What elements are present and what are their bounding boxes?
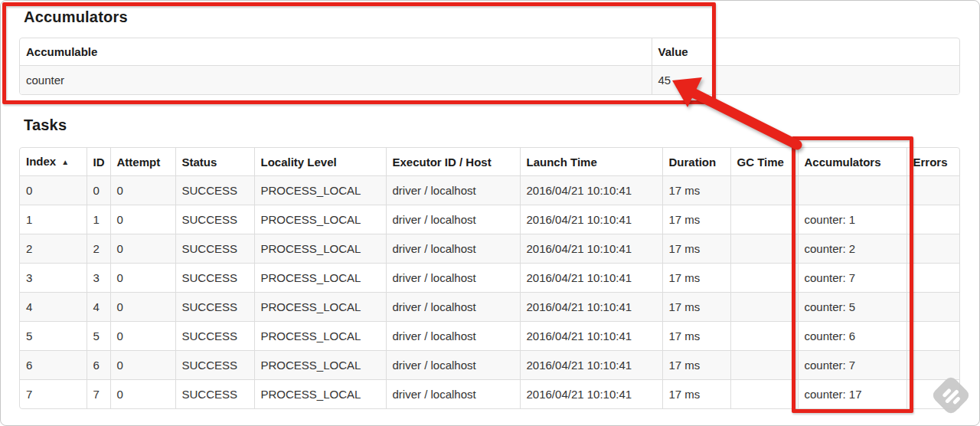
cell-accumulators: counter: 1 xyxy=(798,205,906,234)
cell-attempt: 0 xyxy=(110,234,175,264)
cell-launch-time: 2016/04/21 10:10:41 xyxy=(520,351,662,380)
cell-launch-time: 2016/04/21 10:10:41 xyxy=(520,205,662,234)
tasks-column-header-executor-id-host[interactable]: Executor ID / Host xyxy=(386,148,520,176)
tasks-table: Index▲IDAttemptStatusLocality LevelExecu… xyxy=(19,147,960,409)
cell-attempt: 0 xyxy=(110,293,175,322)
cell-launch-time: 2016/04/21 10:10:41 xyxy=(520,264,662,293)
cell-accumulators: counter: 7 xyxy=(798,351,906,380)
cell-gc-time xyxy=(730,351,798,380)
cell-executor-id-host: driver / localhost xyxy=(386,380,520,409)
cell-id: 4 xyxy=(87,293,110,322)
cell-duration: 17 ms xyxy=(662,322,730,351)
cell-id: 3 xyxy=(87,264,110,293)
column-header-label: Accumulators xyxy=(805,156,881,169)
cell-executor-id-host: driver / localhost xyxy=(386,234,520,264)
column-header-label: Errors xyxy=(913,156,948,169)
cell-id: 2 xyxy=(87,234,110,264)
cell-errors xyxy=(906,351,960,380)
cell-duration: 17 ms xyxy=(662,351,730,380)
cell-gc-time xyxy=(730,264,798,293)
tasks-header-row: Index▲IDAttemptStatusLocality LevelExecu… xyxy=(20,148,960,176)
tasks-column-header-attempt[interactable]: Attempt xyxy=(110,148,175,176)
cell-locality-level: PROCESS_LOCAL xyxy=(254,234,386,264)
cell-id: 7 xyxy=(87,380,110,409)
column-header-label: Status xyxy=(182,156,217,169)
cell-id: 0 xyxy=(87,176,110,205)
cell-accumulators: counter: 6 xyxy=(798,322,906,351)
accumulators-header-row: Accumulable Value xyxy=(20,38,960,66)
cell-index: 5 xyxy=(20,322,87,351)
cell-attempt: 0 xyxy=(110,205,175,234)
column-header-label: Index xyxy=(26,155,56,168)
cell-attempt: 0 xyxy=(110,380,175,409)
cell-gc-time xyxy=(730,322,798,351)
accumulable-name-cell: counter xyxy=(20,66,652,95)
value-column-header[interactable]: Value xyxy=(652,38,960,66)
cell-id: 5 xyxy=(87,322,110,351)
cell-status: SUCCESS xyxy=(175,293,254,322)
tasks-column-header-duration[interactable]: Duration xyxy=(662,148,730,176)
table-row: 770SUCCESSPROCESS_LOCALdriver / localhos… xyxy=(20,380,960,409)
cell-launch-time: 2016/04/21 10:10:41 xyxy=(520,293,662,322)
cell-accumulators: counter: 17 xyxy=(798,380,906,409)
spark-ui-stage-page: Accumulators Accumulable Value counter 4… xyxy=(0,0,980,426)
cell-status: SUCCESS xyxy=(175,176,254,205)
cell-gc-time xyxy=(730,205,798,234)
tasks-column-header-launch-time[interactable]: Launch Time xyxy=(520,148,662,176)
cell-duration: 17 ms xyxy=(662,293,730,322)
tasks-column-header-gc-time[interactable]: GC Time xyxy=(730,148,798,176)
tasks-column-header-errors[interactable]: Errors xyxy=(906,148,960,176)
cell-gc-time xyxy=(730,293,798,322)
cell-executor-id-host: driver / localhost xyxy=(386,293,520,322)
tasks-column-header-accumulators[interactable]: Accumulators xyxy=(798,148,906,176)
table-row: 000SUCCESSPROCESS_LOCALdriver / localhos… xyxy=(20,176,960,205)
cell-locality-level: PROCESS_LOCAL xyxy=(254,176,386,205)
table-row: counter 45 xyxy=(20,66,960,95)
tasks-section-heading: Tasks xyxy=(24,115,67,135)
tasks-column-header-status[interactable]: Status xyxy=(175,148,254,176)
cell-gc-time xyxy=(730,176,798,205)
column-header-label: Launch Time xyxy=(527,156,597,169)
cell-index: 4 xyxy=(20,293,87,322)
accumulable-value-cell: 45 xyxy=(652,66,960,95)
cell-index: 7 xyxy=(20,380,87,409)
table-row: 220SUCCESSPROCESS_LOCALdriver / localhos… xyxy=(20,234,960,264)
cell-executor-id-host: driver / localhost xyxy=(386,322,520,351)
cell-locality-level: PROCESS_LOCAL xyxy=(254,322,386,351)
cell-gc-time xyxy=(730,234,798,264)
table-row: 110SUCCESSPROCESS_LOCALdriver / localhos… xyxy=(20,205,960,234)
cell-id: 1 xyxy=(87,205,110,234)
column-header-label: Locality Level xyxy=(261,156,337,169)
cell-attempt: 0 xyxy=(110,322,175,351)
cell-launch-time: 2016/04/21 10:10:41 xyxy=(520,380,662,409)
cell-executor-id-host: driver / localhost xyxy=(386,351,520,380)
cell-executor-id-host: driver / localhost xyxy=(386,205,520,234)
cell-status: SUCCESS xyxy=(175,205,254,234)
cell-duration: 17 ms xyxy=(662,234,730,264)
cell-locality-level: PROCESS_LOCAL xyxy=(254,264,386,293)
column-header-label: GC Time xyxy=(737,156,784,169)
tasks-column-header-locality-level[interactable]: Locality Level xyxy=(254,148,386,176)
accumulable-column-header[interactable]: Accumulable xyxy=(20,38,652,66)
accumulators-table: Accumulable Value counter 45 xyxy=(19,38,960,95)
column-header-label: Attempt xyxy=(117,156,161,169)
column-header-label: ID xyxy=(93,156,105,169)
cell-locality-level: PROCESS_LOCAL xyxy=(254,351,386,380)
cell-launch-time: 2016/04/21 10:10:41 xyxy=(520,176,662,205)
cell-attempt: 0 xyxy=(110,351,175,380)
cell-errors xyxy=(906,176,960,205)
cell-status: SUCCESS xyxy=(175,322,254,351)
cell-errors xyxy=(906,322,960,351)
cell-status: SUCCESS xyxy=(175,380,254,409)
cell-id: 6 xyxy=(87,351,110,380)
cell-executor-id-host: driver / localhost xyxy=(386,264,520,293)
cell-duration: 17 ms xyxy=(662,264,730,293)
column-header-label: Duration xyxy=(669,156,717,169)
cell-status: SUCCESS xyxy=(175,234,254,264)
tasks-column-header-index[interactable]: Index▲ xyxy=(20,148,87,176)
cell-locality-level: PROCESS_LOCAL xyxy=(254,293,386,322)
cell-errors xyxy=(906,205,960,234)
cell-accumulators xyxy=(798,176,906,205)
cell-accumulators: counter: 5 xyxy=(798,293,906,322)
tasks-column-header-id[interactable]: ID xyxy=(87,148,110,176)
